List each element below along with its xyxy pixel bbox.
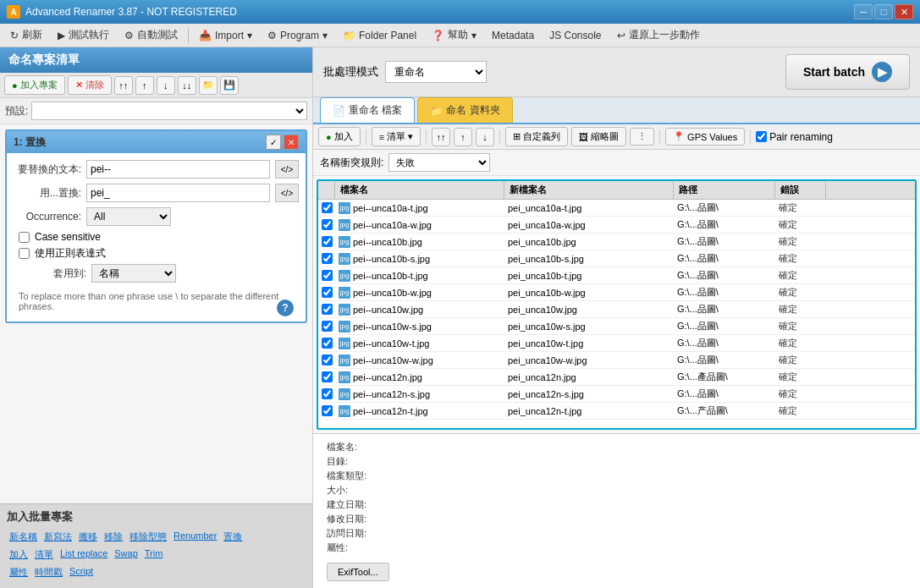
- file-checkbox[interactable]: [322, 371, 333, 382]
- batch-link-list-replace[interactable]: List replace: [58, 547, 110, 562]
- custom-columns-button[interactable]: ⊞ 自定義列: [505, 127, 568, 146]
- batch-link-add[interactable]: 加入: [7, 547, 30, 562]
- pair-renaming-checkbox[interactable]: [756, 131, 767, 142]
- regex-checkbox[interactable]: [19, 248, 30, 259]
- tab-rename-folder[interactable]: 📁 命名 資料夾: [417, 97, 512, 123]
- file-checkbox[interactable]: [322, 253, 333, 264]
- row-check[interactable]: [318, 201, 335, 215]
- find-input[interactable]: [86, 160, 270, 179]
- row-check[interactable]: [318, 217, 335, 232]
- row-check[interactable]: [318, 319, 335, 333]
- menu-metadata[interactable]: Metadata: [485, 27, 541, 44]
- batch-link-new-name[interactable]: 新名稱: [7, 530, 40, 544]
- batch-link-list[interactable]: 清單: [32, 547, 56, 562]
- table-row[interactable]: jpg pei--unca12n-s.jpg pei_unca12n-s.jpg…: [318, 386, 915, 403]
- file-checkbox[interactable]: [322, 354, 333, 365]
- batch-link-script[interactable]: Script: [67, 565, 96, 580]
- file-checkbox[interactable]: [322, 270, 333, 281]
- file-checkbox[interactable]: [322, 304, 333, 315]
- options-button[interactable]: ⋮: [630, 128, 654, 146]
- menu-js-console[interactable]: JS Console: [543, 27, 608, 44]
- find-code-button[interactable]: </>: [275, 160, 299, 179]
- row-check[interactable]: [318, 268, 335, 283]
- replace-input[interactable]: [86, 184, 270, 202]
- table-row[interactable]: jpg pei--unca10w-s.jpg pei_unca10w-s.jpg…: [318, 318, 915, 335]
- mode-select[interactable]: 重命名 複製 移動: [385, 61, 487, 83]
- row-check[interactable]: [318, 251, 335, 266]
- row-check[interactable]: [318, 404, 335, 418]
- move-bottom-button[interactable]: ↓↓: [178, 76, 196, 95]
- thumbnail-button[interactable]: 🖼 縮略圖: [571, 127, 626, 146]
- batch-link-remove-type[interactable]: 移除型態: [127, 530, 169, 544]
- menu-auto-test[interactable]: ⚙ 自動測試: [118, 25, 185, 45]
- file-up-button[interactable]: ↑: [454, 128, 472, 146]
- table-row[interactable]: jpg pei--unca10b-t.jpg pei_unca10b-t.jpg…: [318, 267, 915, 284]
- row-check[interactable]: [318, 387, 335, 401]
- window-controls[interactable]: ─ □ ✕: [854, 4, 913, 19]
- table-row[interactable]: jpg pei--unca10a-t.jpg pei_unca10a-t.jpg…: [318, 200, 915, 217]
- row-check[interactable]: [318, 234, 335, 249]
- menu-test-run[interactable]: ▶ 測試執行: [51, 25, 116, 45]
- batch-link-move[interactable]: 搬移: [76, 530, 100, 544]
- batch-link-swap[interactable]: Swap: [112, 547, 140, 562]
- file-checkbox[interactable]: [322, 321, 333, 332]
- close-button[interactable]: ✕: [895, 4, 913, 19]
- batch-link-timestamp[interactable]: 時間戳: [32, 565, 65, 580]
- row-check[interactable]: [318, 336, 335, 350]
- replace-code-button[interactable]: </>: [275, 184, 299, 202]
- table-row[interactable]: jpg pei--unca12n-t.jpg pei_unca12n-t.jpg…: [318, 403, 915, 420]
- add-project-button[interactable]: ● 加入專案: [4, 75, 65, 95]
- menu-undo[interactable]: ↩ 還原上一步動作: [610, 25, 707, 45]
- file-list-body[interactable]: jpg pei--unca10a-t.jpg pei_unca10a-t.jpg…: [318, 200, 915, 426]
- menu-program[interactable]: ⚙ Program ▾: [261, 27, 334, 44]
- help-button[interactable]: ?: [277, 299, 294, 316]
- table-row[interactable]: jpg pei--unca12n.jpg pei_unca12n.jpg G:\…: [318, 369, 915, 386]
- batch-link-replace[interactable]: 置換: [221, 530, 245, 544]
- table-row[interactable]: jpg pei--unca10w-w.jpg pei_unca10w-w.jpg…: [318, 352, 915, 369]
- menu-help[interactable]: ❓ 幫助 ▾: [425, 25, 483, 45]
- table-row[interactable]: jpg pei--unca10w.jpg pei_unca10w.jpg G:\…: [318, 301, 915, 318]
- file-clear-button[interactable]: ≡ 清單 ▾: [372, 127, 421, 146]
- start-batch-button[interactable]: Start batch ▶: [785, 54, 910, 90]
- row-check[interactable]: [318, 285, 335, 299]
- menu-refresh[interactable]: ↻ 刷新: [3, 25, 49, 45]
- occurrence-select[interactable]: All: [86, 207, 171, 226]
- minimize-button[interactable]: ─: [854, 4, 873, 19]
- preset-select[interactable]: [31, 102, 307, 120]
- row-check[interactable]: [318, 302, 335, 316]
- rule-check-button[interactable]: ✓: [266, 135, 281, 150]
- batch-link-new-write[interactable]: 新寫法: [41, 530, 74, 544]
- file-checkbox[interactable]: [322, 236, 333, 247]
- table-row[interactable]: jpg pei--unca10b-w.jpg pei_unca10b-w.jpg…: [318, 284, 915, 301]
- move-down-button[interactable]: ↓: [157, 76, 175, 95]
- apply-select[interactable]: 名稱: [91, 264, 176, 283]
- tab-rename-files[interactable]: 📄 重命名 檔案: [320, 97, 415, 123]
- table-row[interactable]: jpg pei--unca10w-t.jpg pei_unca10w-t.jpg…: [318, 335, 915, 352]
- folder-button[interactable]: 📁: [199, 76, 218, 95]
- file-add-button[interactable]: ● 加入: [318, 127, 361, 146]
- exif-tool-button[interactable]: ExifTool...: [327, 563, 389, 581]
- batch-link-attr[interactable]: 屬性: [7, 565, 30, 580]
- row-check[interactable]: [318, 353, 335, 367]
- file-checkbox[interactable]: [322, 219, 333, 230]
- file-checkbox[interactable]: [322, 202, 333, 213]
- file-top-button[interactable]: ↑↑: [432, 128, 450, 146]
- pair-renaming-label[interactable]: Pair renaming: [756, 131, 833, 143]
- conflict-select[interactable]: 失敗 跳過 覆蓋: [388, 153, 490, 172]
- save-button[interactable]: 💾: [220, 76, 239, 95]
- batch-link-renumber[interactable]: Renumber: [171, 530, 219, 544]
- table-row[interactable]: jpg pei--unca10b.jpg pei_unca10b.jpg G:\…: [318, 234, 915, 250]
- gps-button[interactable]: 📍 GPS Values: [665, 128, 745, 146]
- batch-link-trim[interactable]: Trim: [142, 547, 166, 562]
- table-row[interactable]: jpg pei--unca10b-s.jpg pei_unca10b-s.jpg…: [318, 250, 915, 267]
- menu-import[interactable]: 📥 Import ▾: [192, 27, 259, 44]
- move-up-button[interactable]: ↑: [135, 76, 154, 95]
- table-row[interactable]: jpg pei--unca10a-w.jpg pei_unca10a-w.jpg…: [318, 217, 915, 234]
- clear-button[interactable]: ✕ 清除: [68, 75, 112, 95]
- maximize-button[interactable]: □: [874, 4, 893, 19]
- row-check[interactable]: [318, 370, 335, 384]
- file-checkbox[interactable]: [322, 287, 333, 298]
- file-checkbox[interactable]: [322, 405, 333, 416]
- rule-close-button[interactable]: ✕: [284, 135, 299, 150]
- file-checkbox[interactable]: [322, 338, 333, 349]
